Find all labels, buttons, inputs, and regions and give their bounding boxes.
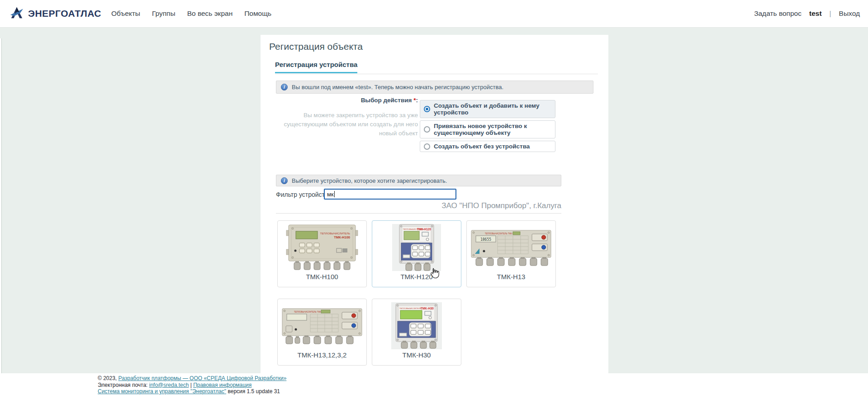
registration-card: Регистрация объекта Регистрация устройст… xyxy=(261,35,608,373)
svg-text:ТЕПЛОВЫЧИСЛИТЕЛЬ: ТЕПЛОВЫЧИСЛИТЕЛЬ xyxy=(399,307,422,309)
svg-text:ТМК-Н120: ТМК-Н120 xyxy=(417,228,431,231)
login-notice-text: Вы вошли под именем «test». Теперь можно… xyxy=(292,84,503,90)
device-card-tmk-n13-12-3-2[interactable]: ТЕПЛОВЫЧИСЛИТЕЛЬ ТМК-Н xyxy=(277,299,367,366)
legal-link[interactable]: Правовая информация xyxy=(193,382,251,388)
logo-text: ЭНЕРГОАТЛАС xyxy=(28,8,101,19)
svg-text:18655: 18655 xyxy=(480,238,491,242)
nav-item-objects[interactable]: Объекты xyxy=(111,10,140,18)
svg-text:ТЕПЛОВЫЧИСЛИТЕЛЬ ТМК-Н: ТЕПЛОВЫЧИСЛИТЕЛЬ ТМК-Н xyxy=(294,311,323,313)
action-choice-label: Выбор действия *: xyxy=(276,97,418,104)
page-title: Регистрация объекта xyxy=(269,41,363,52)
svg-text:ТМК-Н30: ТМК-Н30 xyxy=(420,307,434,310)
header: ЭНЕРГОАТЛАС Объекты Группы Во весь экран… xyxy=(0,0,868,28)
nav-item-groups[interactable]: Группы xyxy=(152,10,175,18)
device-image: ТЕПЛОВЫЧИСЛИТЕЛЬ ТМК-Н120 xyxy=(375,223,458,272)
footer-separator: | xyxy=(190,382,192,388)
radio-option-create-object-with-device[interactable]: Создать объект и добавить к нему устройс… xyxy=(420,100,555,118)
info-icon: i xyxy=(281,177,288,184)
device-label: ТМК-Н120 xyxy=(400,273,432,281)
device-card-tmk-n100[interactable]: ТЕПЛОВЫЧИСЛИТЕЛЬ ТМК-Н100 xyxy=(277,220,367,287)
page-root: ЭНЕРГОАТЛАС Объекты Группы Во весь экран… xyxy=(0,0,868,395)
device-label: ТМК-Н100 xyxy=(306,273,338,281)
left-panel-edge xyxy=(0,38,2,373)
nav-item-fullscreen[interactable]: Во весь экран xyxy=(187,10,233,18)
device-card-tmk-n13[interactable]: ТЕПЛОВЫЧИСЛИТЕЛЬ ТМК-Н 18655 xyxy=(466,220,556,287)
header-separator: | xyxy=(830,10,831,18)
username-label: test xyxy=(809,10,822,18)
device-grid: ТЕПЛОВЫЧИСЛИТЕЛЬ ТМК-Н100 xyxy=(277,220,559,366)
svg-text:ТЕПЛОВЫЧИСЛИТЕЛЬ ТМК-Н: ТЕПЛОВЫЧИСЛИТЕЛЬ ТМК-Н xyxy=(485,233,514,235)
login-notice-banner: i Вы вошли под именем «test». Теперь мож… xyxy=(276,81,593,94)
action-choice-radio-group: Создать объект и добавить к нему устройс… xyxy=(420,100,555,152)
footer: © 2023, Разработчик платформы — ООО «СРЕ… xyxy=(0,373,868,395)
svg-text:ТЕПЛОВЫЧИСЛИТЕЛЬ: ТЕПЛОВЫЧИСЛИТЕЛЬ xyxy=(320,232,350,235)
filter-value: мк xyxy=(327,191,334,198)
logo-icon xyxy=(10,6,24,21)
system-link[interactable]: Система мониторинга и управления "Энерго… xyxy=(98,388,226,395)
radio-icon xyxy=(424,126,430,133)
text-caret xyxy=(334,191,335,197)
device-image: ТЕПЛОВЫЧИСЛИТЕЛЬ ТМК-Н30 xyxy=(375,301,458,350)
select-device-notice-banner: i Выберите устройство, которое хотите за… xyxy=(276,175,561,186)
device-label: ТМК-Н13 xyxy=(497,273,526,281)
nav-item-help[interactable]: Помощь xyxy=(244,10,271,18)
ask-question-link[interactable]: Задать вопрос xyxy=(754,10,802,18)
header-right: Задать вопрос test | Выход xyxy=(754,10,860,18)
device-card-tmk-n30[interactable]: ТЕПЛОВЫЧИСЛИТЕЛЬ ТМК-Н30 xyxy=(372,299,461,366)
device-image: ТЕПЛОВЫЧИСЛИТЕЛЬ ТМК-Н100 xyxy=(280,223,364,272)
svg-text:ТМК-Н100: ТМК-Н100 xyxy=(334,235,350,239)
manufacturer-divider xyxy=(276,213,561,214)
tabs-divider xyxy=(275,74,598,74)
device-label: ТМК-Н30 xyxy=(403,351,431,359)
copyright-text: © 2023, xyxy=(98,375,117,381)
radio-icon xyxy=(424,106,430,112)
device-filter-input[interactable]: мк xyxy=(324,189,456,200)
radio-option-bind-device-to-existing[interactable]: Привязать новое устройство к существующе… xyxy=(420,120,555,138)
manufacturer-heading: ЗАО "НПО Промприбор", г.Калуга xyxy=(276,201,561,210)
device-filter-label: Фильтр устройств: xyxy=(276,191,330,198)
select-device-notice-text: Выберите устройство, которое хотите заре… xyxy=(292,177,447,184)
email-label: Электронная почта: xyxy=(98,382,147,388)
info-icon: i xyxy=(281,84,288,90)
logo[interactable]: ЭНЕРГОАТЛАС xyxy=(10,6,101,21)
version-text: версия 1.5 update 31 xyxy=(228,388,280,395)
tab-device-registration[interactable]: Регистрация устройства xyxy=(275,61,357,73)
radio-icon xyxy=(424,143,430,150)
device-card-tmk-n120[interactable]: ТЕПЛОВЫЧИСЛИТЕЛЬ ТМК-Н120 xyxy=(372,220,461,287)
email-link[interactable]: info@sreda.tech xyxy=(149,382,189,388)
device-image: ТЕПЛОВЫЧИСЛИТЕЛЬ ТМК-Н xyxy=(280,301,364,350)
logout-link[interactable]: Выход xyxy=(839,10,860,18)
action-choice-hint: Вы можете закрепить устройство за уже су… xyxy=(271,111,418,138)
developer-link[interactable]: Разработчик платформы — ООО «СРЕДА Цифро… xyxy=(119,375,287,381)
main-nav: Объекты Группы Во весь экран Помощь xyxy=(111,10,271,18)
device-image: ТЕПЛОВЫЧИСЛИТЕЛЬ ТМК-Н 18655 xyxy=(470,223,553,272)
device-label: ТМК-Н13,12,3,2 xyxy=(298,351,347,359)
radio-option-create-object-without-device[interactable]: Создать объект без устройства xyxy=(420,141,555,152)
